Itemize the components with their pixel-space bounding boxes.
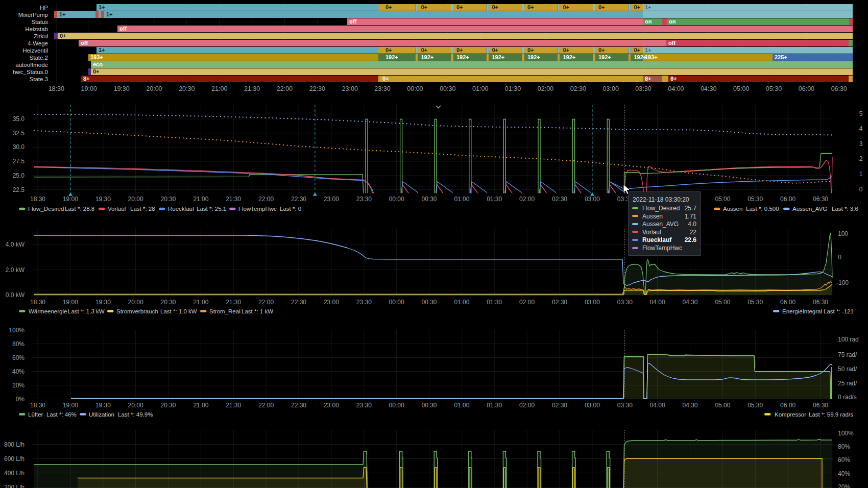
svg-text:0+: 0+ (634, 4, 641, 10)
svg-text:1: 1 (859, 170, 863, 178)
svg-text:40%: 40% (838, 470, 850, 477)
svg-text:20:30: 20:30 (160, 196, 176, 203)
svg-text:60%: 60% (12, 354, 25, 361)
svg-text:1+: 1+ (645, 47, 652, 53)
svg-text:25.0: 25.0 (13, 172, 25, 179)
svg-text:Status: Status (31, 19, 48, 25)
svg-text:0%: 0% (16, 396, 25, 403)
svg-text:05:30: 05:30 (748, 299, 763, 306)
svg-text:01:00: 01:00 (454, 402, 469, 409)
svg-text:01:30: 01:30 (487, 402, 502, 409)
svg-text:03:00: 03:00 (585, 299, 600, 306)
svg-text:0+: 0+ (385, 47, 392, 53)
svg-text:225+: 225+ (775, 54, 787, 60)
svg-text:20:00: 20:00 (128, 299, 143, 306)
svg-text:Strom_Real: Strom_Real (209, 308, 240, 314)
svg-text:100 rad: 100 rad (838, 336, 859, 343)
svg-text:Wärmeenergie: Wärmeenergie (29, 308, 67, 314)
svg-text:20:00: 20:00 (128, 402, 143, 409)
svg-text:1+: 1+ (59, 11, 66, 17)
svg-text:hwc_Status.0: hwc_Status.0 (13, 69, 48, 75)
svg-text:600 L/h: 600 L/h (4, 455, 25, 462)
svg-text:Aussen_AVG: Aussen_AVG (792, 206, 827, 212)
svg-text:Last *: 25.1: Last *: 25.1 (197, 206, 226, 212)
svg-text:18:30: 18:30 (30, 196, 45, 203)
svg-text:19:00: 19:00 (63, 402, 78, 409)
svg-text:01:00: 01:00 (454, 299, 469, 306)
svg-text:2.0 kW: 2.0 kW (6, 266, 25, 274)
svg-text:00:00: 00:00 (389, 196, 404, 203)
svg-text:0+: 0+ (456, 4, 463, 10)
svg-text:4: 4 (859, 125, 863, 132)
svg-text:8+: 8+ (645, 76, 652, 82)
svg-text:04:00: 04:00 (668, 85, 684, 92)
svg-text:EnergieIntegral: EnergieIntegral (782, 308, 822, 314)
svg-text:00:00: 00:00 (389, 299, 404, 306)
svg-text:75 rad/: 75 rad/ (838, 351, 857, 358)
svg-text:21:00: 21:00 (193, 402, 208, 409)
svg-text:35.0: 35.0 (13, 115, 25, 123)
svg-text:00:00: 00:00 (407, 85, 423, 92)
svg-text:Vorlauf: Vorlauf (108, 206, 127, 212)
svg-text:03:30: 03:30 (635, 85, 651, 92)
svg-text:Utilization: Utilization (89, 411, 114, 418)
svg-text:18:30: 18:30 (49, 85, 64, 92)
svg-text:05:00: 05:00 (715, 299, 730, 306)
svg-text:Last *: 0.500: Last *: 0.500 (746, 206, 779, 212)
svg-text:8+: 8+ (670, 76, 677, 82)
svg-text:Last *: 3.6: Last *: 3.6 (832, 206, 858, 212)
svg-text:192+: 192+ (456, 54, 469, 60)
svg-text:Heizstab: Heizstab (25, 26, 48, 32)
svg-text:0+: 0+ (60, 33, 66, 39)
svg-text:0: 0 (838, 254, 841, 261)
svg-text:05:00: 05:00 (733, 85, 749, 92)
svg-text:21:30: 21:30 (226, 196, 241, 203)
svg-text:0+: 0+ (456, 47, 463, 53)
svg-text:21:30: 21:30 (226, 402, 241, 409)
svg-text:21:00: 21:00 (193, 196, 208, 203)
svg-text:Heizventil: Heizventil (22, 47, 48, 54)
svg-text:0+: 0+ (93, 68, 100, 75)
svg-text:400 L/h: 400 L/h (4, 470, 25, 477)
svg-text:18:30: 18:30 (30, 402, 45, 409)
svg-text:Flow_Desired: Flow_Desired (28, 206, 64, 212)
svg-text:00:30: 00:30 (421, 299, 437, 306)
svg-text:23:30: 23:30 (356, 196, 372, 203)
svg-text:23:30: 23:30 (356, 402, 372, 409)
svg-text:03:30: 03:30 (617, 299, 633, 306)
svg-text:0+: 0+ (634, 47, 641, 53)
svg-text:100%: 100% (838, 430, 854, 437)
svg-text:19:30: 19:30 (95, 402, 111, 409)
svg-text:19:30: 19:30 (113, 85, 129, 92)
svg-text:23:00: 23:00 (342, 85, 358, 92)
svg-text:1+: 1+ (99, 4, 105, 10)
svg-text:80%: 80% (838, 443, 850, 450)
svg-text:Last *: 28: Last *: 28 (130, 206, 155, 212)
svg-text:03:00: 03:00 (585, 402, 600, 409)
svg-text:HP: HP (40, 5, 48, 11)
svg-text:0+: 0+ (527, 47, 534, 53)
svg-text:21:30: 21:30 (226, 299, 241, 306)
svg-text:2: 2 (859, 155, 863, 162)
svg-text:200 L/h: 200 L/h (4, 484, 25, 488)
svg-text:20%: 20% (12, 382, 25, 389)
svg-text:02:30: 02:30 (552, 196, 567, 203)
svg-text:04:00: 04:00 (650, 299, 665, 306)
svg-text:01:30: 01:30 (505, 85, 521, 92)
svg-text:04:30: 04:30 (701, 85, 716, 92)
svg-text:off: off (81, 40, 88, 46)
svg-text:off: off (349, 18, 356, 25)
svg-text:00:30: 00:30 (421, 196, 437, 203)
svg-text:40%: 40% (12, 368, 25, 375)
svg-text:05:30: 05:30 (766, 85, 782, 92)
svg-text:03:30: 03:30 (617, 402, 633, 409)
svg-text:8+: 8+ (83, 76, 90, 82)
svg-text:4.0 kW: 4.0 kW (6, 241, 25, 248)
svg-text:02:00: 02:00 (538, 85, 553, 92)
svg-text:22:30: 22:30 (291, 299, 306, 306)
svg-text:22:00: 22:00 (258, 196, 274, 203)
svg-text:04:00: 04:00 (650, 402, 665, 409)
svg-text:MixerPump: MixerPump (18, 12, 48, 18)
svg-text:23:00: 23:00 (324, 299, 339, 306)
svg-text:Stromverbrauch: Stromverbrauch (116, 308, 158, 314)
